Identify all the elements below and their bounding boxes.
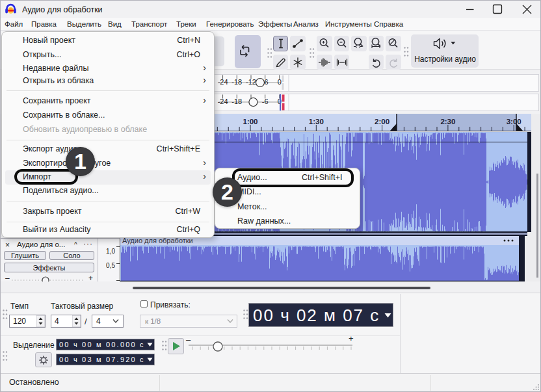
svg-text:-12: -12 xyxy=(246,78,256,86)
svg-text:1:00: 1:00 xyxy=(243,118,257,125)
svg-text:-18: -18 xyxy=(231,78,242,86)
svg-text:1:30: 1:30 xyxy=(309,118,324,125)
svg-text:-18: -18 xyxy=(231,98,242,105)
svg-text:3:00: 3:00 xyxy=(507,118,521,125)
svg-text:-24: -24 xyxy=(218,98,228,105)
svg-text:-6: -6 xyxy=(262,98,269,105)
svg-text:2:30: 2:30 xyxy=(440,118,455,125)
svg-text:2:00: 2:00 xyxy=(375,118,389,125)
svg-text:0: 0 xyxy=(278,78,282,86)
svg-text:-24: -24 xyxy=(218,78,228,86)
